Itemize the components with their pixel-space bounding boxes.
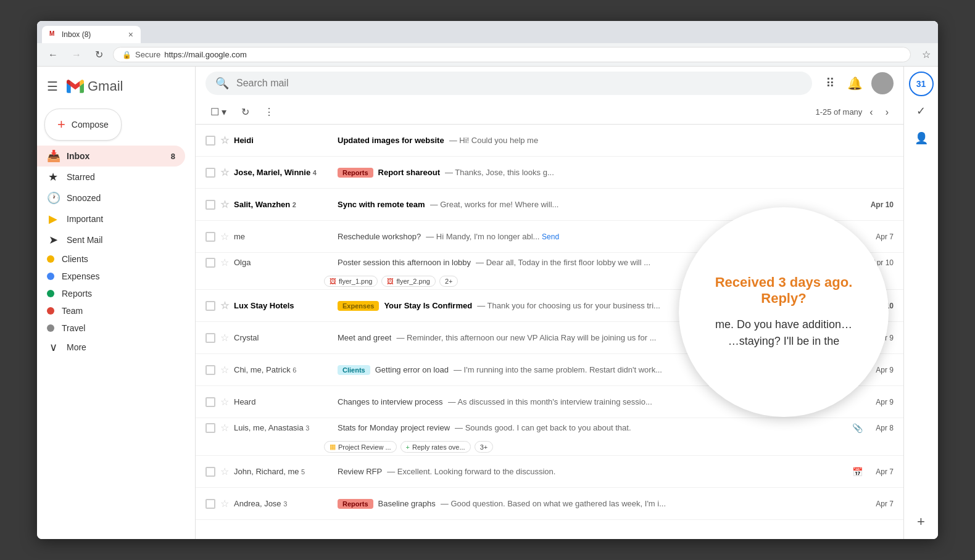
inbox-icon: 📥	[47, 149, 59, 163]
more-attachments-chip[interactable]: 2+	[439, 276, 458, 287]
star-icon[interactable]: ☆	[220, 396, 229, 408]
refresh-button[interactable]: ↻	[236, 102, 254, 121]
account-avatar[interactable]	[871, 72, 894, 94]
email-sender: Heard	[234, 397, 333, 406]
forward-button[interactable]: →	[68, 48, 85, 62]
notifications-button[interactable]: 🔔	[844, 72, 866, 94]
email-subject: Updated images for website	[338, 136, 444, 145]
star-icon[interactable]: ☆	[220, 466, 229, 477]
email-checkbox[interactable]	[205, 423, 215, 433]
calendar-button[interactable]: 31	[909, 72, 934, 96]
attachment-chip[interactable]: 🖼 flyer_1.png	[324, 276, 378, 287]
sidebar-item-travel[interactable]: Travel	[37, 319, 185, 337]
star-icon[interactable]: ☆	[220, 422, 229, 434]
hamburger-button[interactable]: ☰	[47, 79, 58, 94]
email-snippet: — Good question. Based on what we gather…	[441, 499, 863, 508]
contacts-button[interactable]: 👤	[909, 126, 934, 150]
email-date: Apr 7	[868, 467, 894, 476]
next-page-button[interactable]: ›	[881, 103, 894, 121]
email-row[interactable]: ☆ Andrea, Jose 3 Reports Baseline graphs…	[196, 488, 903, 520]
select-all-button[interactable]: ☐ ▾	[205, 102, 231, 121]
apps-button[interactable]: ⠿	[822, 72, 839, 94]
prev-page-button[interactable]: ‹	[865, 103, 877, 121]
tab-close-button[interactable]: ×	[128, 30, 133, 39]
email-checkbox[interactable]	[205, 136, 215, 146]
reload-button[interactable]: ↻	[91, 47, 107, 62]
search-icon: 🔍	[215, 76, 229, 90]
snoozed-icon: 🕐	[47, 191, 59, 205]
star-icon[interactable]: ☆	[220, 257, 229, 268]
email-checkbox[interactable]	[205, 258, 215, 268]
email-row[interactable]: ☆ Jose, Mariel, Winnie 4 Reports Report …	[196, 157, 903, 189]
email-checkbox[interactable]	[205, 232, 215, 242]
sidebar-item-starred[interactable]: ★ Starred	[37, 167, 185, 187]
email-checkbox[interactable]	[205, 168, 215, 178]
browser-window: M Inbox (8) × ← → ↻ 🔒 Secure https://mai…	[37, 21, 938, 539]
sidebar-item-label: Expenses	[62, 271, 99, 281]
bookmark-icon[interactable]: ☆	[922, 49, 931, 60]
url-bar[interactable]: 🔒 Secure https://mail.google.com	[113, 47, 911, 62]
secure-icon: 🔒	[122, 51, 131, 59]
travel-color-dot	[47, 324, 54, 332]
email-checkbox[interactable]	[205, 467, 215, 477]
sidebar-item-snoozed[interactable]: 🕐 Snoozed	[37, 187, 185, 208]
tab-bar: M Inbox (8) ×	[37, 21, 938, 43]
email-sender: Luis, me, Anastasia 3	[234, 423, 333, 432]
sidebar-item-inbox[interactable]: 📥 Inbox 8	[37, 146, 185, 167]
email-sender: Andrea, Jose 3	[234, 499, 333, 508]
drive-chip[interactable]: + Reply rates ove...	[400, 441, 471, 453]
sidebar-item-more[interactable]: ∨ More	[37, 337, 185, 358]
star-icon[interactable]: ☆	[220, 134, 229, 146]
email-subject: Reschedule workshop?	[338, 232, 421, 241]
active-tab[interactable]: M Inbox (8) ×	[42, 26, 141, 43]
sidebar-item-clients[interactable]: Clients	[37, 250, 185, 268]
compose-label: Compose	[72, 120, 109, 130]
email-row[interactable]: ☆ John, Richard, me 5 Review RFP — Excel…	[196, 456, 903, 488]
sidebar-item-label: More	[67, 342, 86, 352]
email-body: Stats for Monday project review — Sounds…	[338, 423, 847, 432]
compose-button[interactable]: + Compose	[44, 109, 122, 141]
sidebar: ☰ Gmail + Compose 📥	[37, 67, 195, 539]
sidebar-item-important[interactable]: ▶ Important	[37, 208, 185, 229]
sidebar-item-reports[interactable]: Reports	[37, 285, 185, 302]
email-checkbox[interactable]	[205, 397, 215, 407]
star-icon[interactable]: ☆	[220, 364, 229, 376]
email-checkbox[interactable]	[205, 365, 215, 375]
star-icon[interactable]: ☆	[220, 498, 229, 509]
add-apps-button[interactable]: +	[909, 509, 934, 534]
label-tag-reports: Reports	[338, 168, 373, 178]
email-checkbox[interactable]	[205, 200, 215, 210]
nudge-circle: Received 3 days ago. Reply? me. Do you h…	[679, 207, 889, 417]
star-icon[interactable]: ☆	[220, 231, 229, 242]
email-row[interactable]: ☆ Luis, me, Anastasia 3 Stats for Monday…	[196, 418, 903, 456]
star-icon[interactable]: ☆	[220, 199, 229, 210]
more-options-button[interactable]: ⋮	[259, 102, 279, 121]
sidebar-item-team[interactable]: Team	[37, 302, 185, 319]
email-checkbox[interactable]	[205, 499, 215, 509]
email-meta: 📅 Apr 7	[852, 467, 894, 477]
back-button[interactable]: ←	[44, 48, 62, 62]
email-checkbox[interactable]	[205, 333, 215, 343]
more-drive-chip[interactable]: 3+	[475, 441, 494, 453]
tasks-button[interactable]: ✓	[909, 99, 934, 123]
email-sender: Crystal	[234, 333, 333, 342]
email-body: Updated images for website — Hi! Could y…	[338, 136, 863, 145]
star-icon[interactable]: ☆	[220, 300, 229, 311]
sidebar-item-sent[interactable]: ➤ Sent Mail	[37, 229, 185, 250]
gmail-header: ☰ Gmail	[37, 72, 195, 106]
star-icon[interactable]: ☆	[220, 332, 229, 344]
email-meta: 📎 Apr 8	[852, 423, 894, 433]
drive-chip[interactable]: ▦ Project Review ...	[324, 441, 397, 453]
email-sender: Salit, Wanzhen 2	[234, 200, 333, 209]
email-subject: Sync with remote team	[338, 200, 425, 209]
search-input[interactable]	[236, 78, 802, 89]
sidebar-item-label: Important	[67, 214, 103, 224]
star-icon[interactable]: ☆	[220, 167, 229, 178]
email-row[interactable]: ☆ Heidi Updated images for website — Hi!…	[196, 125, 903, 157]
attachment-chip[interactable]: 🖼 flyer_2.png	[381, 276, 435, 287]
pagination: 1-25 of many ‹ ›	[815, 103, 894, 121]
sidebar-item-expenses[interactable]: Expenses	[37, 268, 185, 285]
search-box[interactable]: 🔍	[205, 72, 812, 95]
email-date: Apr 8	[868, 424, 894, 432]
email-checkbox[interactable]	[205, 301, 215, 311]
